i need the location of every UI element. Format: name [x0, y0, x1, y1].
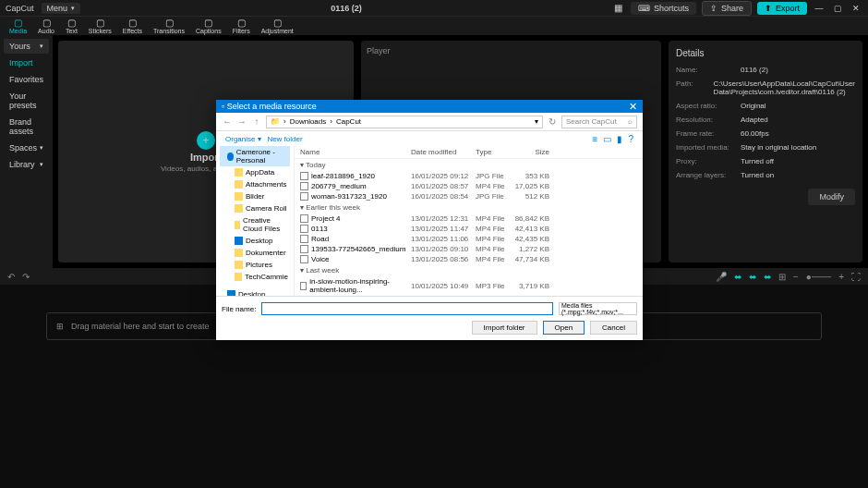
tool-effects[interactable]: ▢Effects [117, 18, 148, 34]
shortcuts-button[interactable]: ⌨ Shortcuts [631, 2, 696, 15]
filename-label: File name: [222, 305, 256, 313]
player-title: Player [367, 46, 656, 55]
col-type[interactable]: Type [476, 148, 512, 156]
refresh-icon[interactable]: ↻ [547, 116, 558, 127]
file-row[interactable]: Voice13/01/2025 08:56MP4 File47,734 KB [295, 254, 643, 264]
menu-button[interactable]: Menu▾ [42, 3, 81, 14]
view-list-icon[interactable]: ≡ [593, 134, 598, 144]
tree-techcammie[interactable]: TechCammie [220, 271, 290, 283]
preview-pane-icon[interactable]: ▮ [617, 134, 622, 144]
tree-dokumenter[interactable]: Dokumenter [220, 247, 290, 259]
organise-menu[interactable]: Organise ▾ [225, 135, 261, 143]
search-input[interactable]: Search CapCut⌕ [561, 116, 637, 128]
import-icon: + [197, 131, 215, 150]
app-logo: CapCut [6, 4, 34, 13]
sidebar-spaces[interactable]: Spaces▾ [4, 140, 49, 155]
file-list: Name Date modified Type Size ▾ Todayleaf… [295, 146, 643, 296]
open-button[interactable]: Open [543, 321, 585, 335]
file-row[interactable]: 011313/01/2025 11:47MP4 File42,413 KB [295, 224, 643, 234]
tool-audio[interactable]: ▢Audio [32, 18, 60, 34]
nav-up-icon[interactable]: ↑ [251, 116, 262, 127]
tool-transitions[interactable]: ▢Transitions [148, 18, 190, 34]
media-sidebar: Yours▾ImportFavoritesYour presetsBrand a… [0, 35, 53, 268]
tool-media[interactable]: ▢Media [4, 18, 32, 34]
zoom-slider[interactable]: ●─── [806, 272, 831, 282]
dialog-titlebar: ▫ Select a media resource ✕ [216, 100, 643, 113]
sidebar-yours[interactable]: Yours▾ [4, 39, 49, 54]
file-row[interactable]: leaf-2818896_192016/01/2025 09:12JPG Fil… [295, 171, 643, 181]
sidebar-your-presets[interactable]: Your presets [4, 89, 49, 113]
minimize-button[interactable]: — [813, 4, 826, 13]
file-row[interactable]: Project 413/01/2025 12:31MP4 File86,842 … [295, 214, 643, 224]
nav-forward-icon[interactable]: → [236, 116, 247, 127]
tree-appdata[interactable]: AppData [220, 166, 290, 178]
detail-row: Resolution:Adapted [676, 116, 855, 124]
col-date[interactable]: Date modified [411, 148, 476, 156]
detail-row: Name:0116 (2) [676, 66, 855, 74]
detail-row: Aspect ratio:Original [676, 102, 855, 110]
details-panel: Details Name:0116 (2)Path:C:\Users\User\… [669, 41, 862, 262]
details-title: Details [676, 48, 855, 58]
file-group[interactable]: ▾ Last week [295, 264, 643, 276]
tool-captions[interactable]: ▢Captions [190, 18, 227, 34]
help-icon[interactable]: ? [628, 134, 633, 144]
zoom-in-icon[interactable]: + [838, 272, 844, 282]
file-dialog: ▫ Select a media resource ✕ ← → ↑ 📁 ›Dow… [216, 100, 643, 340]
maximize-button[interactable]: ▢ [831, 4, 844, 13]
tree-pictures[interactable]: Pictures [220, 259, 290, 271]
zoom-out-icon[interactable]: − [793, 272, 799, 282]
tree-camerone---personal[interactable]: Camerone - Personal [220, 146, 290, 166]
file-group[interactable]: ▾ Today [295, 159, 643, 171]
detail-row: Arrange layers:Turned on [676, 171, 855, 179]
tool-stickers[interactable]: ▢Stickers [83, 18, 117, 34]
detail-row: Imported media:Stay in original location [676, 143, 855, 152]
path-bar[interactable]: 📁 ›Downloads›CapCut ▾ [266, 116, 543, 128]
plus-icon: ⊞ [56, 322, 64, 331]
tree-attachments[interactable]: Attachments [220, 178, 290, 190]
link-icon-2[interactable]: ⬌ [749, 272, 756, 282]
file-row[interactable]: 206779_medium16/01/2025 08:57MP4 File17,… [295, 181, 643, 191]
col-size[interactable]: Size [512, 148, 549, 156]
tool-adjustment[interactable]: ▢Adjustment [256, 18, 299, 34]
col-name[interactable]: Name [300, 148, 411, 156]
cancel-button[interactable]: Cancel [590, 321, 637, 335]
tree-desktop[interactable]: Desktop [220, 235, 290, 247]
timeline-option-icon[interactable]: ⊞ [778, 272, 786, 282]
redo-icon[interactable]: ↷ [22, 272, 30, 282]
nav-back-icon[interactable]: ← [222, 116, 233, 127]
file-row[interactable]: 139533-772542665_medium13/01/2025 09:10M… [295, 244, 643, 254]
tool-text[interactable]: ▢Text [60, 18, 83, 34]
view-tile-icon[interactable]: ▭ [603, 134, 611, 144]
new-folder-button[interactable]: New folder [267, 135, 302, 143]
filename-input[interactable] [261, 302, 553, 315]
file-row[interactable]: Road13/01/2025 11:06MP4 File42,435 KB [295, 234, 643, 244]
sidebar-favorites[interactable]: Favorites [4, 72, 49, 87]
tree-creative-cloud-files[interactable]: Creative Cloud Files [220, 214, 290, 235]
mic-icon[interactable]: 🎤 [716, 272, 727, 282]
dialog-close-button[interactable]: ✕ [629, 101, 637, 113]
layout-icon[interactable]: ▦ [612, 2, 625, 15]
tool-filters[interactable]: ▢Filters [227, 18, 256, 34]
link-icon-3[interactable]: ⬌ [764, 272, 771, 282]
dialog-title: Select a media resource [227, 102, 317, 111]
tree-bilder[interactable]: Bilder [220, 190, 290, 202]
fit-icon[interactable]: ⛶ [851, 272, 861, 282]
link-icon[interactable]: ⬌ [734, 272, 741, 282]
sidebar-library[interactable]: Library▾ [4, 157, 49, 172]
file-group[interactable]: ▾ Earlier this week [295, 201, 643, 214]
tree-desktop[interactable]: Desktop [220, 288, 290, 296]
file-row[interactable]: woman-9317323_192016/01/2025 08:54JPG Fi… [295, 191, 643, 201]
sidebar-brand-assets[interactable]: Brand assets [4, 115, 49, 139]
folder-icon: 📁 [271, 117, 280, 126]
share-button[interactable]: ⇪ Share [702, 1, 752, 16]
file-row[interactable]: in-slow-motion-inspiring-ambient-loung..… [295, 276, 643, 295]
modify-button[interactable]: Modify [808, 189, 855, 205]
sidebar-import[interactable]: Import [4, 55, 49, 70]
undo-icon[interactable]: ↶ [7, 272, 15, 282]
project-title: 0116 (2) [80, 4, 612, 13]
export-button[interactable]: ⬆ Export [757, 2, 807, 15]
tree-camera-roll[interactable]: Camera Roll [220, 202, 290, 214]
import-folder-button[interactable]: Import folder [472, 321, 537, 335]
close-button[interactable]: ✕ [850, 4, 862, 13]
filetype-select[interactable]: Media files (*.mpg;*.f4v;*.mov;*... [559, 302, 637, 315]
